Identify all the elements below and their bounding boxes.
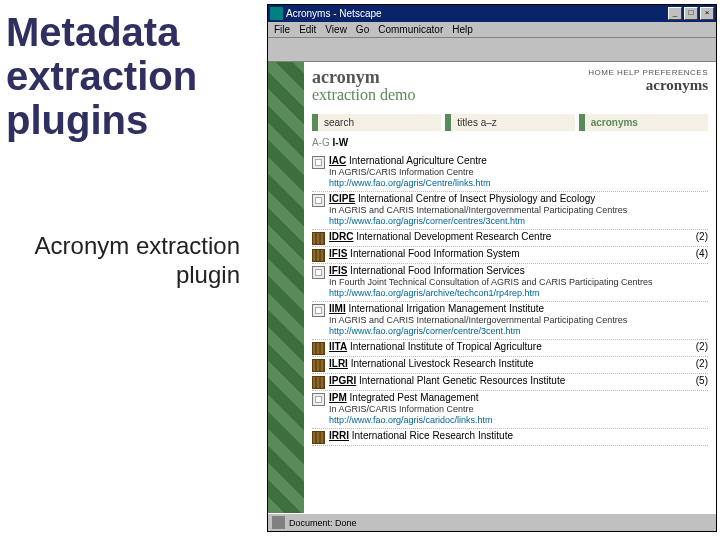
result-name: International Plant Genetic Resources In… (356, 375, 565, 386)
results-list: IAC International Agriculture CentreIn A… (312, 154, 708, 446)
result-entry: IRRI International Rice Research Institu… (329, 430, 704, 443)
result-context: In AGRIS/CARIS Information Centre (329, 167, 704, 178)
result-context: In AGRIS/CARIS Information Centre (329, 404, 704, 415)
rope-decoration (268, 62, 304, 513)
slide-left-panel: Metadata extraction plugins Acronym extr… (0, 0, 260, 540)
result-url[interactable]: http://www.fao.org/agris/archive/techcon… (329, 288, 704, 299)
result-item[interactable]: IDRC International Development Research … (312, 230, 708, 247)
result-url[interactable]: http://www.fao.org/agris/corner/centres/… (329, 216, 704, 227)
result-name: Integrated Pest Management (347, 392, 479, 403)
alpha-range-dim[interactable]: A-G (312, 137, 330, 148)
menu-edit[interactable]: Edit (299, 24, 316, 35)
document-icon (312, 393, 325, 406)
result-name: International Irrigation Management Inst… (346, 303, 544, 314)
nav-row: search titles a–z acronyms (312, 114, 708, 131)
header-links[interactable]: HOME HELP PREFERENCES (588, 68, 708, 77)
status-text: Document: Done (289, 518, 712, 528)
result-entry: IFIS International Food Information Syst… (329, 248, 692, 261)
result-count: (2) (692, 231, 708, 242)
brand-line-2: extraction demo (312, 86, 588, 104)
document-icon (312, 156, 325, 169)
result-item[interactable]: IFIS International Food Information Syst… (312, 247, 708, 264)
menu-bar: File Edit View Go Communicator Help (268, 22, 716, 38)
menu-communicator[interactable]: Communicator (378, 24, 443, 35)
acronym-link[interactable]: IIMI (329, 303, 346, 314)
result-name: International Food Information System (347, 248, 519, 259)
bookshelf-icon (312, 232, 325, 245)
bookshelf-icon (312, 431, 325, 444)
result-url[interactable]: http://www.fao.org/agris/Centre/links.ht… (329, 178, 704, 189)
result-context: In AGRIS and CARIS International/Intergo… (329, 315, 704, 326)
acronym-link[interactable]: ILRI (329, 358, 348, 369)
document-icon (312, 304, 325, 317)
acronym-link[interactable]: IPGRI (329, 375, 356, 386)
result-name: International Agriculture Centre (346, 155, 487, 166)
brand-line-1: acronym (312, 68, 588, 86)
result-name: International Development Research Centr… (353, 231, 551, 242)
result-count: (2) (692, 341, 708, 352)
result-name: International Livestock Research Institu… (348, 358, 534, 369)
menu-file[interactable]: File (274, 24, 290, 35)
document-icon (312, 266, 325, 279)
minimize-button[interactable]: _ (668, 7, 682, 20)
maximize-button[interactable]: □ (684, 7, 698, 20)
result-name: International Food Information Services (347, 265, 524, 276)
page-title: acronyms (588, 77, 708, 94)
alpha-filter: A-G I-W (312, 137, 708, 148)
netscape-window: Acronyms - Netscape _ □ × File Edit View… (267, 4, 717, 532)
status-icon (272, 516, 285, 529)
nav-search[interactable]: search (312, 114, 441, 131)
nav-acronyms[interactable]: acronyms (579, 114, 708, 131)
result-name: International Rice Research Institute (349, 430, 513, 441)
acronym-link[interactable]: IITA (329, 341, 347, 352)
page-content: acronym extraction demo HOME HELP PREFER… (268, 62, 716, 513)
acronym-link[interactable]: IRRI (329, 430, 349, 441)
result-entry: IIMI International Irrigation Management… (329, 303, 704, 338)
result-entry: ILRI International Livestock Research In… (329, 358, 692, 371)
result-item[interactable]: ICIPE International Centre of Insect Phy… (312, 192, 708, 230)
result-context: In AGRIS and CARIS International/Intergo… (329, 205, 704, 216)
bookshelf-icon (312, 249, 325, 262)
bookshelf-icon (312, 376, 325, 389)
window-title: Acronyms - Netscape (286, 8, 668, 19)
slide-title: Metadata extraction plugins (6, 10, 260, 142)
acronym-link[interactable]: IDRC (329, 231, 353, 242)
app-icon (270, 7, 283, 20)
status-bar: Document: Done (268, 513, 716, 531)
acronym-link[interactable]: IFIS (329, 248, 347, 259)
acronym-link[interactable]: IPM (329, 392, 347, 403)
bookshelf-icon (312, 359, 325, 372)
result-entry: IITA International Institute of Tropical… (329, 341, 692, 354)
window-titlebar: Acronyms - Netscape _ □ × (268, 5, 716, 22)
menu-go[interactable]: Go (356, 24, 369, 35)
menu-help[interactable]: Help (452, 24, 473, 35)
browser-toolbar (268, 38, 716, 62)
bookshelf-icon (312, 342, 325, 355)
result-item[interactable]: IAC International Agriculture CentreIn A… (312, 154, 708, 192)
result-item[interactable]: IPM Integrated Pest ManagementIn AGRIS/C… (312, 391, 708, 429)
acronym-link[interactable]: ICIPE (329, 193, 355, 204)
alpha-range-active[interactable]: I-W (333, 137, 349, 148)
slide-subtitle: Acronym extraction plugin (6, 232, 260, 290)
result-url[interactable]: http://www.fao.org/agris/caridoc/links.h… (329, 415, 704, 426)
result-item[interactable]: ILRI International Livestock Research In… (312, 357, 708, 374)
page-header: acronym extraction demo HOME HELP PREFER… (312, 68, 708, 104)
result-entry: ICIPE International Centre of Insect Phy… (329, 193, 704, 228)
nav-titles[interactable]: titles a–z (445, 114, 574, 131)
result-count: (2) (692, 358, 708, 369)
result-context: In Fourth Joint Technical Consultation o… (329, 277, 704, 288)
close-button[interactable]: × (700, 7, 714, 20)
menu-view[interactable]: View (325, 24, 347, 35)
result-entry: IDRC International Development Research … (329, 231, 692, 244)
result-count: (5) (692, 375, 708, 386)
result-item[interactable]: IIMI International Irrigation Management… (312, 302, 708, 340)
result-item[interactable]: IFIS International Food Information Serv… (312, 264, 708, 302)
result-entry: IAC International Agriculture CentreIn A… (329, 155, 704, 190)
result-item[interactable]: IPGRI International Plant Genetic Resour… (312, 374, 708, 391)
result-item[interactable]: IRRI International Rice Research Institu… (312, 429, 708, 446)
acronym-link[interactable]: IAC (329, 155, 346, 166)
result-name: International Institute of Tropical Agri… (347, 341, 542, 352)
result-item[interactable]: IITA International Institute of Tropical… (312, 340, 708, 357)
result-url[interactable]: http://www.fao.org/agris/corner/centre/3… (329, 326, 704, 337)
acronym-link[interactable]: IFIS (329, 265, 347, 276)
